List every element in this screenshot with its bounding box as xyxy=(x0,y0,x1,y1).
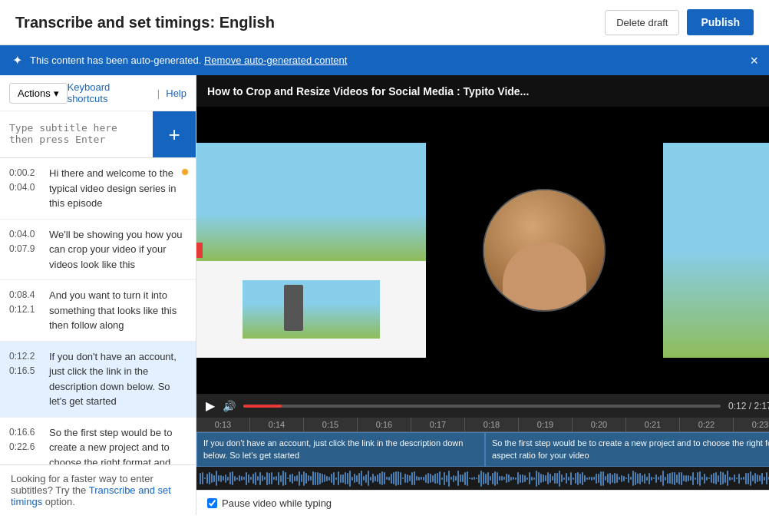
time-display: 0:12 / 2:17 xyxy=(728,401,769,411)
video-header: How to Crop and Resize Videos for Social… xyxy=(196,75,769,107)
subtitle-text: If you don't have an account, just click… xyxy=(49,349,186,409)
pause-while-typing-label[interactable]: Pause video while typing xyxy=(207,497,332,509)
bottom-controls: Pause video while typing 🔍 xyxy=(196,490,769,515)
progress-bar[interactable] xyxy=(243,405,721,408)
waveform-bars xyxy=(200,469,769,487)
timeline-segment[interactable]: So the first step would be to create a n… xyxy=(485,432,769,467)
progress-fill xyxy=(243,405,282,408)
timeline-tick: 0:22 xyxy=(680,418,734,431)
subtitle-time: 0:04.00:07.9 xyxy=(9,227,49,273)
volume-button[interactable]: 🔊 xyxy=(223,400,236,412)
subtitle-text: So the first step would be to create a n… xyxy=(49,425,186,465)
page-header: Transcribe and set timings: English Dele… xyxy=(0,0,769,45)
subtitle-item[interactable]: 0:00.20:04.0 Hi there and welcome to the… xyxy=(0,158,196,220)
add-subtitle-button[interactable]: + xyxy=(153,111,196,157)
right-panel: How to Crop and Resize Videos for Social… xyxy=(196,75,769,515)
separator: | xyxy=(157,88,160,99)
video-frame-right xyxy=(663,143,769,358)
subtitle-list[interactable]: 0:00.20:04.0 Hi there and welcome to the… xyxy=(0,158,196,464)
video-frame-center xyxy=(426,143,662,358)
subtitle-text: Hi there and welcome to the typical vide… xyxy=(49,166,186,211)
subtitle-item[interactable]: 0:04.00:07.9 We'll be showing you how yo… xyxy=(0,220,196,281)
subtitle-time: 0:00.20:04.0 xyxy=(9,166,49,211)
timeline-tick: 0:18 xyxy=(465,418,519,431)
timeline-tick: 0:13 xyxy=(196,418,250,431)
timeline-tick: 0:15 xyxy=(304,418,358,431)
subtitle-time: 0:16.60:22.6 xyxy=(9,425,49,465)
subtitle-item[interactable]: 0:12.20:16.5 If you don't have an accoun… xyxy=(0,342,196,418)
banner-close-icon[interactable]: × xyxy=(750,52,758,68)
auto-generated-banner: ✦ This content has been auto-generated. … xyxy=(0,45,769,75)
timeline-tick: 0:14 xyxy=(250,418,304,431)
video-frame-left xyxy=(196,143,426,358)
remove-auto-generated-link[interactable]: Remove auto-generated content xyxy=(204,55,347,66)
subtitle-item[interactable]: 0:16.60:22.6 So the first step would be … xyxy=(0,418,196,465)
video-title: How to Crop and Resize Videos for Social… xyxy=(207,85,769,97)
left-panel: Actions ▾ Keyboard shortcuts | Help + 0:… xyxy=(0,75,196,515)
avatar xyxy=(483,189,606,312)
subtitle-time: 0:12.20:16.5 xyxy=(9,349,49,409)
page-title: Transcribe and set timings: English xyxy=(15,14,275,31)
subtitle-text: We'll be showing you how you can crop yo… xyxy=(49,227,186,273)
help-link[interactable]: Help xyxy=(166,88,186,99)
subtitle-input-area: + xyxy=(0,111,196,158)
timeline-tick: 0:17 xyxy=(411,418,465,431)
subtitle-item[interactable]: 0:08.40:12.1 And you want to turn it int… xyxy=(0,280,196,342)
waveform xyxy=(196,467,769,490)
timeline-tick: 0:21 xyxy=(626,418,680,431)
pause-while-typing-checkbox[interactable] xyxy=(207,498,217,508)
timeline-segment[interactable]: If you don't have an account, just click… xyxy=(196,432,485,467)
keyboard-shortcuts-link[interactable]: Keyboard shortcuts xyxy=(68,81,151,104)
subtitle-time: 0:08.40:12.1 xyxy=(9,288,49,333)
video-controls: ▶ 🔊 0:12 / 2:17 • Introduction CC ⚙ xyxy=(196,394,769,418)
subtitle-dot xyxy=(182,169,188,175)
timeline-tick: 0:19 xyxy=(519,418,573,431)
bottom-bar: Looking for a faster way to enter subtit… xyxy=(0,464,196,515)
video-area: ▶ xyxy=(196,107,769,394)
timeline-segments: If you don't have an account, just click… xyxy=(196,432,769,467)
video-frames: ▶ xyxy=(196,143,769,358)
delete-draft-button[interactable]: Delete draft xyxy=(605,10,679,35)
star-icon: ✦ xyxy=(12,53,22,68)
banner-text: This content has been auto-generated. Re… xyxy=(30,55,347,66)
timeline-ruler: 0:130:140:150:160:170:180:190:200:210:22… xyxy=(196,418,769,432)
timeline-tick: 0:20 xyxy=(573,418,626,431)
chevron-down-icon: ▾ xyxy=(54,88,59,99)
toolbar-right: Keyboard shortcuts | Help xyxy=(68,81,186,104)
toolbar-row: Actions ▾ Keyboard shortcuts | Help xyxy=(0,75,196,111)
actions-button[interactable]: Actions ▾ xyxy=(9,83,68,104)
subtitle-text: And you want to turn it into something t… xyxy=(49,288,186,333)
header-actions: Delete draft Publish xyxy=(605,9,754,35)
publish-button[interactable]: Publish xyxy=(687,9,754,35)
play-pause-button[interactable]: ▶ xyxy=(206,398,215,413)
timeline-tick: 0:16 xyxy=(358,418,411,431)
record-indicator xyxy=(196,243,203,258)
timeline-tick: 0:23 xyxy=(734,418,769,431)
subtitle-input[interactable] xyxy=(0,111,153,157)
main-content: Actions ▾ Keyboard shortcuts | Help + 0:… xyxy=(0,75,769,515)
